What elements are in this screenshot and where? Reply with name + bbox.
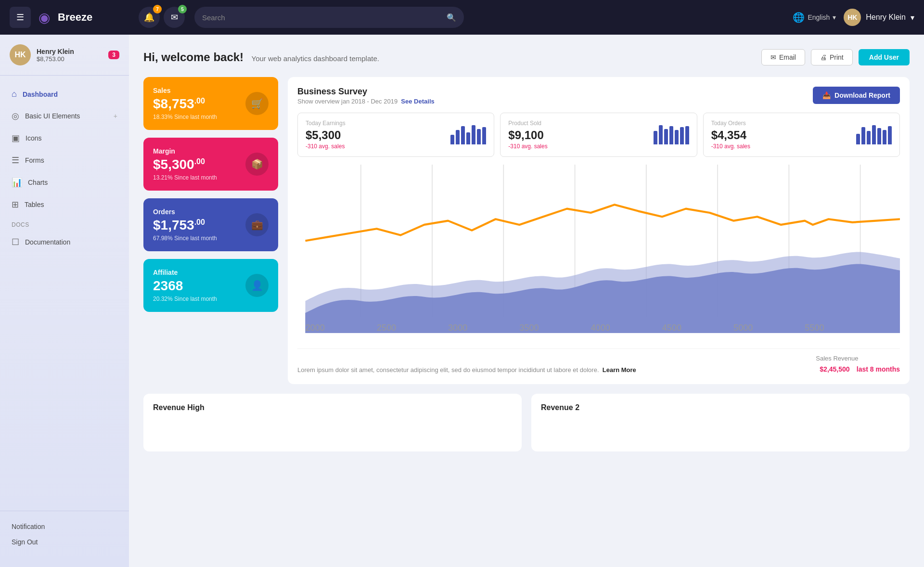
stat-amount: $5,300.00 bbox=[153, 157, 217, 172]
sales-revenue-period: last 8 months bbox=[857, 365, 900, 373]
mini-bar-chart bbox=[450, 125, 486, 144]
welcome-text: Hi, welcome back! Your web analytics das… bbox=[143, 51, 379, 64]
topnav-right: 🌐 English ▾ HK Henry Klein ▾ bbox=[793, 9, 914, 26]
bar bbox=[659, 125, 663, 144]
sidebar-item-documentation[interactable]: ☐ Documentation bbox=[0, 231, 129, 253]
mini-stat-today-orders: Today Orders $4,354 -310 avg. sales bbox=[703, 113, 900, 157]
sidebar-item-label: Basic UI Elements bbox=[25, 112, 80, 120]
chart-footer-revenue: Sales Revenue $2,45,500 last 8 months bbox=[816, 355, 900, 374]
stat-card-icon: 📦 bbox=[245, 153, 269, 176]
docs-icon: ☐ bbox=[12, 237, 19, 247]
user-menu[interactable]: HK Henry Klein ▾ bbox=[844, 9, 914, 26]
stat-card-icon: 💼 bbox=[245, 213, 269, 236]
stat-card-icon: 🛒 bbox=[245, 92, 269, 115]
svg-text:4500: 4500 bbox=[662, 323, 681, 333]
stat-cards: Sales $8,753.00 18.33% Since last month … bbox=[143, 77, 278, 384]
bar bbox=[867, 131, 871, 144]
sidebar-nav: ⌂ Dashboard ◎ Basic UI Elements + ▣ Icon… bbox=[0, 83, 129, 511]
search-input[interactable] bbox=[202, 13, 447, 22]
mini-stat-label: Product Sold bbox=[508, 120, 547, 127]
hamburger-icon: ☰ bbox=[16, 12, 24, 23]
messages-button[interactable]: ✉ 5 bbox=[164, 7, 185, 28]
bottom-card-2: Revenue 2 bbox=[531, 394, 910, 451]
sidebar-user-badge: 3 bbox=[108, 51, 119, 59]
bar bbox=[888, 126, 892, 144]
sidebar-notification[interactable]: Notification bbox=[12, 519, 117, 534]
chart-footer: Lorem ipsum dolor sit amet, consectetur … bbox=[297, 348, 900, 374]
mini-stat-value: $5,300 bbox=[306, 129, 346, 142]
stat-amount: $8,753.00 bbox=[153, 96, 217, 112]
print-button[interactable]: 🖨 Print bbox=[811, 49, 853, 65]
email-icon: ✉ bbox=[770, 53, 776, 61]
chart-svg: 2000 2500 3000 3500 4000 4500 5000 5500 bbox=[297, 165, 900, 341]
sidebar-item-label: Documentation bbox=[25, 238, 70, 246]
lang-chevron-icon: ▾ bbox=[833, 13, 836, 21]
bar bbox=[675, 130, 679, 144]
bar bbox=[472, 125, 475, 144]
bar bbox=[456, 130, 460, 144]
menu-button[interactable]: ☰ bbox=[10, 7, 31, 28]
bar bbox=[450, 135, 454, 144]
sidebar-item-charts[interactable]: 📊 Charts bbox=[0, 171, 129, 193]
email-button[interactable]: ✉ Email bbox=[761, 49, 805, 65]
expand-icon: + bbox=[114, 112, 117, 120]
bar bbox=[685, 126, 689, 144]
download-report-button[interactable]: 📥 Download Report bbox=[813, 87, 900, 104]
bar bbox=[680, 127, 684, 144]
stat-label: Orders bbox=[153, 208, 217, 216]
bar bbox=[461, 126, 465, 144]
sidebar-item-icons[interactable]: ▣ Icons bbox=[0, 127, 129, 149]
welcome-subtitle: Your web analytics dashboard template. bbox=[252, 54, 379, 63]
sidebar-avatar: HK bbox=[10, 44, 31, 65]
search-bar: 🔍 bbox=[194, 7, 464, 28]
search-icon: 🔍 bbox=[447, 13, 456, 22]
stat-amount: 2368 bbox=[153, 278, 217, 294]
add-user-button[interactable]: Add User bbox=[859, 49, 910, 65]
bar bbox=[856, 134, 860, 144]
stat-card-margin: Margin $5,300.00 13.21% Since last month… bbox=[143, 138, 278, 191]
top-navigation: ☰ ◉ Breeze 🔔 7 ✉ 5 🔍 🌐 English ▾ HK Henr… bbox=[0, 0, 924, 35]
stat-since: 20.32% Since last month bbox=[153, 296, 217, 302]
sidebar-item-dashboard[interactable]: ⌂ Dashboard bbox=[0, 83, 129, 105]
avatar: HK bbox=[844, 9, 861, 26]
notifications-button[interactable]: 🔔 7 bbox=[139, 7, 160, 28]
sidebar-item-basic-ui[interactable]: ◎ Basic UI Elements + bbox=[0, 105, 129, 127]
globe-icon: 🌐 bbox=[793, 12, 805, 23]
sidebar-signout[interactable]: Sign Out bbox=[12, 534, 117, 550]
sidebar-user-profile: HK Henry Klein $8,753.00 3 bbox=[0, 44, 129, 76]
survey-subtitle: Show overview jan 2018 - Dec 2019 See De… bbox=[297, 98, 435, 105]
language-label: English bbox=[808, 13, 830, 21]
mini-stat-value: $4,354 bbox=[711, 129, 750, 142]
sidebar-item-forms[interactable]: ☰ Forms bbox=[0, 149, 129, 171]
stat-amount: $1,753.00 bbox=[153, 218, 217, 233]
sidebar-item-tables[interactable]: ⊞ Tables bbox=[0, 193, 129, 216]
sidebar-balance: $8,753.00 bbox=[37, 55, 103, 63]
dashboard-grid: Sales $8,753.00 18.33% Since last month … bbox=[143, 77, 910, 384]
bar bbox=[654, 131, 657, 144]
svg-text:3000: 3000 bbox=[448, 323, 467, 333]
sidebar-item-label: Icons bbox=[26, 134, 41, 142]
language-selector[interactable]: 🌐 English ▾ bbox=[793, 12, 836, 23]
mini-stat-label: Today Orders bbox=[711, 120, 750, 127]
sidebar-username: Henry Klein bbox=[37, 48, 103, 55]
svg-text:5000: 5000 bbox=[733, 323, 753, 333]
welcome-greeting: Hi, welcome back! bbox=[143, 51, 244, 64]
mini-stats-row: Today Earnings $5,300 -310 avg. sales bbox=[297, 113, 900, 157]
survey-title: Business Survey bbox=[297, 87, 435, 97]
stat-label: Affiliate bbox=[153, 269, 217, 276]
learn-more-link[interactable]: Learn More bbox=[603, 366, 636, 374]
topnav-brand: ☰ ◉ Breeze bbox=[10, 7, 139, 28]
bar bbox=[664, 129, 668, 144]
stat-label: Margin bbox=[153, 147, 217, 155]
mini-stat-change: -310 avg. sales bbox=[306, 143, 346, 150]
bottom-card-1: Revenue High bbox=[143, 394, 522, 451]
bar bbox=[466, 132, 470, 144]
bottom-card-title: Revenue 2 bbox=[541, 403, 900, 412]
download-icon: 📥 bbox=[822, 91, 831, 99]
brand-logo-icon: ◉ bbox=[38, 10, 50, 26]
mini-stat-label: Today Earnings bbox=[306, 120, 346, 127]
see-details-link[interactable]: See Details bbox=[401, 98, 434, 105]
icons-icon: ▣ bbox=[12, 133, 20, 143]
sales-revenue-value: $2,45,500 last 8 months bbox=[816, 362, 900, 374]
mini-stat-product-sold: Product Sold $9,100 -310 avg. sales bbox=[500, 113, 697, 157]
